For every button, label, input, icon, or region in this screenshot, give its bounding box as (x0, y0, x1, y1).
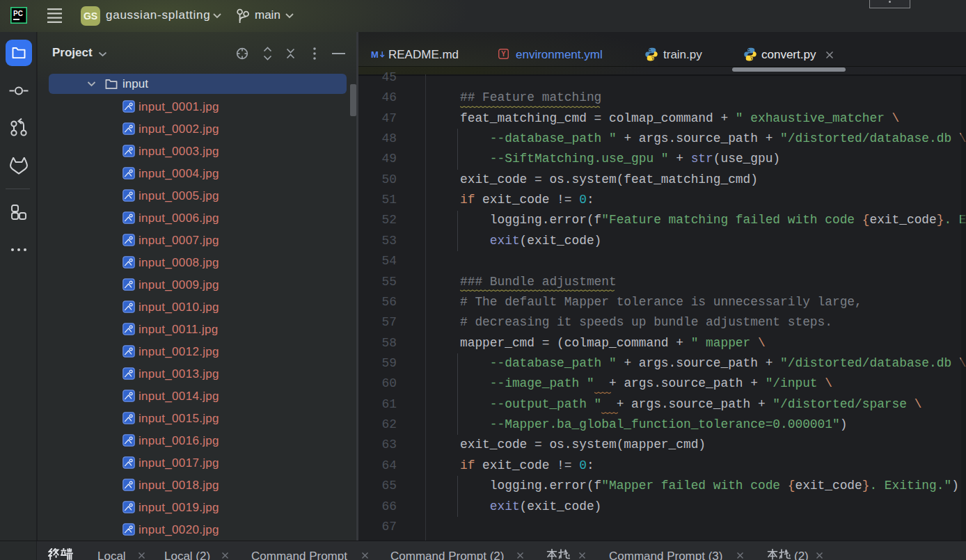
svg-text:M: M (371, 49, 379, 60)
svg-text:Y: Y (501, 50, 506, 58)
svg-text:PC: PC (13, 10, 23, 17)
